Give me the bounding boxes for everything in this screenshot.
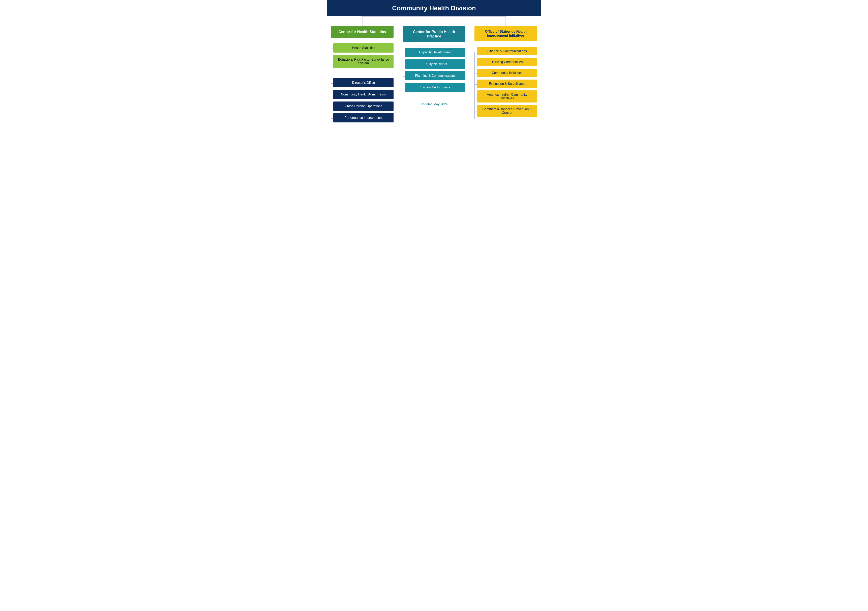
thriving-communities-box: Thriving Communities [477,58,537,66]
directors-office-box: Director's Office [333,78,394,87]
planning-communications-box: Planning & Communications [405,71,465,81]
col2-teal-items: Capacity Development Equity Networks Pla… [403,48,465,95]
col3-yellow-bracket: Finance & Communications Thriving Commun… [474,47,537,119]
col1-green-items: Health Statistics Behavioral Risk Factor… [331,43,394,70]
system-performance-box: System Performance [405,83,465,92]
equity-networks-box: Equity Networks [405,59,465,69]
vline-col3 [505,16,505,26]
col1-connector-area [331,74,394,78]
health-statistics-box: Health Statistics [333,43,394,53]
performance-improvement-box: Performance Improvement [333,113,394,123]
col2-top-box: Center for Public Health Practice [403,26,465,42]
list-item: Cross-Division Operations [333,101,394,112]
community-health-admin-box: Community Health Admin Team [333,90,394,99]
col1-top-box: Center for Health Statistics [331,26,394,38]
column-2: Center for Public Health Practice Capaci… [399,26,469,125]
page-wrapper: Community Health Division Center for Hea… [323,0,545,133]
list-item: American Indian Community Initiatives [477,90,537,104]
col3-yellow-bracket-line [474,52,475,119]
list-item: Director's Office [333,78,394,88]
col3-yellow-items: Finance & Communications Thriving Commun… [475,47,537,119]
org-chart: Center for Health Statistics Health Stat… [327,26,541,125]
list-item: Thriving Communities [477,58,537,67]
list-item: Evaluation & Surveillance [477,79,537,89]
community-initiatives-box: Community Initiatives [477,69,537,77]
brfss-box: Behavioral Risk Factor Surveillance Syst… [333,55,394,68]
list-item: Community Health Admin Team [333,90,394,100]
finance-communications-box: Finance & Communications [477,47,537,55]
list-item: Equity Networks [405,59,465,70]
capacity-development-box: Capacity Development [405,48,465,57]
col1-navy-bracket: Director's Office Community Health Admin… [331,78,394,125]
list-item: Capacity Development [405,48,465,58]
list-item: Performance Improvement [333,113,394,124]
col2-vline1 [434,42,434,48]
list-item: Behavioral Risk Factor Surveillance Syst… [333,55,394,69]
list-item: Planning & Communications [405,71,465,82]
cross-division-box: Cross-Division Operations [333,101,394,111]
american-indian-box: American Indian Community Initiatives [477,90,537,102]
list-item: Commercial Tobacco Prevention & Control [477,105,537,118]
col2-teal-bracket: Capacity Development Equity Networks Pla… [403,48,465,95]
division-header: Community Health Division [327,0,541,16]
column-1: Center for Health Statistics Health Stat… [327,26,397,125]
footer-updated: Updated May 2024 [420,102,448,106]
header-title: Community Health Division [392,5,476,12]
list-item: Finance & Communications [477,47,537,57]
list-item: System Performance [405,83,465,93]
list-item: Community Initiatives [477,69,537,78]
footer-area: Updated May 2024 [399,102,469,106]
col1-green-bracket: Health Statistics Behavioral Risk Factor… [331,43,394,70]
evaluation-surveillance-box: Evaluation & Surveillance [477,79,537,88]
vline-col1 [363,16,363,26]
column-3: Office of Statewide Health Improvement I… [471,26,541,125]
list-item: Health Statistics [333,43,394,54]
vline-col2 [434,16,434,26]
commercial-tobacco-box: Commercial Tobacco Prevention & Control [477,105,537,117]
col3-top-box: Office of Statewide Health Improvement I… [474,26,537,41]
col1-navy-items: Director's Office Community Health Admin… [331,78,394,125]
header-connectors [327,16,541,26]
